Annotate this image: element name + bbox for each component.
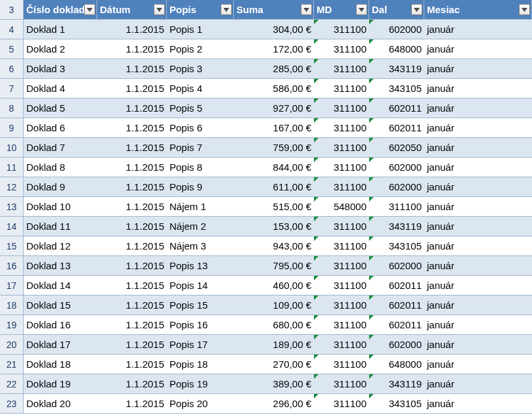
cell-date[interactable]: 1.1.2015 — [97, 394, 167, 414]
cell-month[interactable]: január — [424, 79, 532, 98]
cell-month[interactable]: január — [424, 295, 532, 315]
cell-month[interactable]: január — [424, 138, 532, 158]
row-number[interactable]: 21 — [0, 355, 24, 374]
cell-dal[interactable]: 602000 — [369, 177, 424, 197]
col-header-md[interactable]: MD — [314, 0, 369, 20]
cell-dal[interactable]: 602011 — [369, 98, 424, 118]
cell-sum[interactable]: 172,00 € — [234, 39, 314, 59]
row-number[interactable]: 8 — [0, 98, 24, 118]
cell-sum[interactable]: 943,00 € — [234, 236, 314, 256]
cell-md[interactable]: 311100 — [314, 236, 369, 256]
cell-month[interactable]: január — [424, 177, 532, 197]
cell-md[interactable]: 311100 — [314, 20, 369, 39]
cell-sum[interactable]: 844,00 € — [234, 158, 314, 177]
cell-sum[interactable]: 153,00 € — [234, 217, 314, 236]
col-header-date[interactable]: Dátum — [97, 0, 167, 20]
cell-sum[interactable]: 927,00 € — [234, 98, 314, 118]
cell-dal[interactable]: 602000 — [369, 20, 424, 39]
cell-dal[interactable]: 602050 — [369, 138, 424, 158]
row-number[interactable]: 20 — [0, 335, 24, 355]
filter-button[interactable] — [519, 4, 530, 15]
cell-dal[interactable]: 343105 — [369, 394, 424, 414]
cell-sum[interactable]: 680,00 € — [234, 315, 314, 335]
cell-md[interactable]: 311100 — [314, 39, 369, 59]
cell-doc[interactable]: Doklad 12 — [24, 236, 97, 256]
cell-date[interactable]: 1.1.2015 — [97, 20, 167, 39]
cell-month[interactable]: január — [424, 217, 532, 236]
cell-sum[interactable]: 109,00 € — [234, 295, 314, 315]
cell-desc[interactable]: Popis 20 — [167, 394, 234, 414]
cell-date[interactable]: 1.1.2015 — [97, 98, 167, 118]
row-number[interactable]: 19 — [0, 315, 24, 335]
cell-sum[interactable]: 759,00 € — [234, 138, 314, 158]
col-header-desc[interactable]: Popis — [167, 0, 234, 20]
cell-dal[interactable]: 602000 — [369, 335, 424, 355]
col-header-dal[interactable]: Dal — [369, 0, 424, 20]
cell-md[interactable]: 311100 — [314, 158, 369, 177]
cell-md[interactable]: 311100 — [314, 276, 369, 295]
cell-dal[interactable]: 343105 — [369, 236, 424, 256]
cell-month[interactable]: január — [424, 374, 532, 394]
cell-md[interactable]: 311100 — [314, 118, 369, 138]
cell-sum[interactable]: 586,00 € — [234, 79, 314, 98]
cell-month[interactable]: január — [424, 355, 532, 374]
cell-dal[interactable]: 602000 — [369, 158, 424, 177]
cell-dal[interactable]: 602011 — [369, 118, 424, 138]
cell-doc[interactable]: Doklad 5 — [24, 98, 97, 118]
cell-date[interactable]: 1.1.2015 — [97, 236, 167, 256]
row-number[interactable]: 23 — [0, 394, 24, 414]
filter-button[interactable] — [356, 4, 367, 15]
row-number[interactable]: 6 — [0, 59, 24, 79]
row-number[interactable]: 9 — [0, 118, 24, 138]
cell-md[interactable]: 311100 — [314, 355, 369, 374]
cell-month[interactable]: január — [424, 197, 532, 217]
row-number-header[interactable]: 3 — [0, 0, 24, 20]
row-number[interactable]: 5 — [0, 39, 24, 59]
row-number[interactable]: 4 — [0, 20, 24, 39]
cell-month[interactable]: január — [424, 118, 532, 138]
cell-sum[interactable]: 296,00 € — [234, 394, 314, 414]
cell-doc[interactable]: Doklad 1 — [24, 20, 97, 39]
cell-desc[interactable]: Popis 6 — [167, 118, 234, 138]
cell-doc[interactable]: Doklad 18 — [24, 355, 97, 374]
cell-desc[interactable]: Popis 14 — [167, 276, 234, 295]
row-number[interactable]: 15 — [0, 236, 24, 256]
cell-month[interactable]: január — [424, 394, 532, 414]
cell-sum[interactable]: 795,00 € — [234, 256, 314, 276]
cell-md[interactable]: 311100 — [314, 79, 369, 98]
cell-md[interactable]: 311100 — [314, 374, 369, 394]
row-number[interactable]: 14 — [0, 217, 24, 236]
cell-md[interactable]: 311100 — [314, 295, 369, 315]
cell-md[interactable]: 311100 — [314, 256, 369, 276]
cell-md[interactable]: 311100 — [314, 394, 369, 414]
cell-doc[interactable]: Doklad 15 — [24, 295, 97, 315]
filter-button[interactable] — [301, 4, 312, 15]
row-number[interactable]: 10 — [0, 138, 24, 158]
row-number[interactable]: 17 — [0, 276, 24, 295]
cell-doc[interactable]: Doklad 13 — [24, 256, 97, 276]
cell-doc[interactable]: Doklad 2 — [24, 39, 97, 59]
cell-doc[interactable]: Doklad 10 — [24, 197, 97, 217]
cell-doc[interactable]: Doklad 3 — [24, 59, 97, 79]
cell-date[interactable]: 1.1.2015 — [97, 79, 167, 98]
cell-desc[interactable]: Popis 3 — [167, 59, 234, 79]
cell-month[interactable]: január — [424, 59, 532, 79]
cell-md[interactable]: 311100 — [314, 335, 369, 355]
cell-doc[interactable]: Doklad 4 — [24, 79, 97, 98]
cell-sum[interactable]: 189,00 € — [234, 335, 314, 355]
cell-month[interactable]: január — [424, 236, 532, 256]
cell-dal[interactable]: 602011 — [369, 295, 424, 315]
row-number[interactable]: 18 — [0, 295, 24, 315]
cell-dal[interactable]: 343119 — [369, 374, 424, 394]
cell-doc[interactable]: Doklad 20 — [24, 394, 97, 414]
row-number[interactable]: 12 — [0, 177, 24, 197]
cell-date[interactable]: 1.1.2015 — [97, 59, 167, 79]
cell-md[interactable]: 311100 — [314, 217, 369, 236]
cell-desc[interactable]: Nájem 1 — [167, 197, 234, 217]
cell-doc[interactable]: Doklad 9 — [24, 177, 97, 197]
cell-desc[interactable]: Popis 5 — [167, 98, 234, 118]
cell-dal[interactable]: 343119 — [369, 59, 424, 79]
cell-date[interactable]: 1.1.2015 — [97, 374, 167, 394]
cell-desc[interactable]: Popis 9 — [167, 177, 234, 197]
cell-md[interactable]: 548000 — [314, 197, 369, 217]
